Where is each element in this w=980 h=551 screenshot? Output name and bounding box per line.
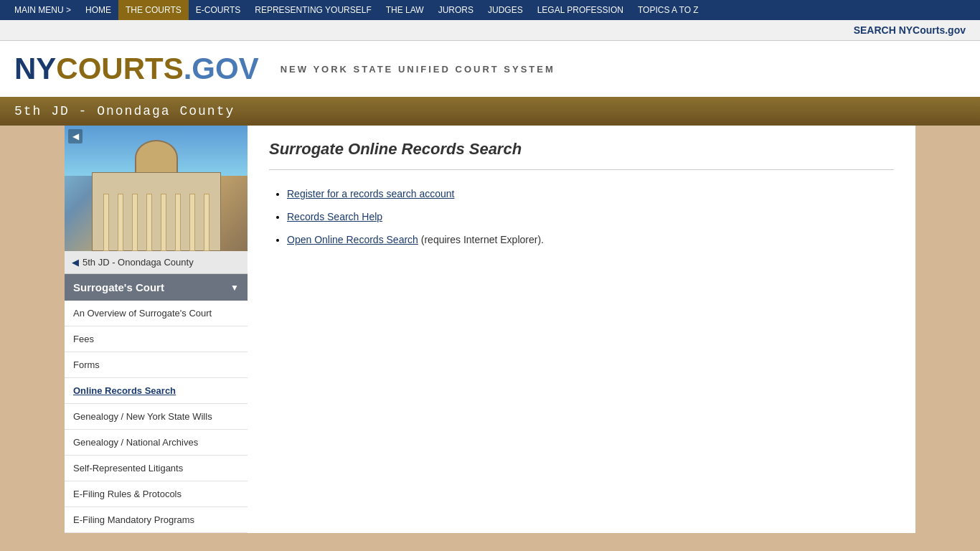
nav-item-home[interactable]: HOME [78, 0, 118, 20]
content-link-item-help: Records Search Help [287, 211, 894, 222]
sidebar-items: An Overview of Surrogate's CourtFeesForm… [65, 301, 248, 533]
sidebar-image: ◀ [65, 126, 248, 251]
nav-item-e-courts[interactable]: E-COURTS [189, 0, 248, 20]
sidebar-item-forms[interactable]: Forms [65, 352, 248, 378]
nav-item-legal-profession[interactable]: LEGAL PROFESSION [530, 0, 631, 20]
sidebar-item-genealogy-ny-wills[interactable]: Genealogy / New York State Wills [65, 404, 248, 430]
nav-item-the-law[interactable]: THE LAW [379, 0, 431, 20]
sidebar-section-title: Surrogate's Court [73, 281, 164, 293]
search-link[interactable]: SEARCH NYCourts.gov [854, 24, 966, 36]
logo-gov: .GOV [184, 52, 259, 85]
sidebar-item-fees[interactable]: Fees [65, 326, 248, 352]
page-title: Surrogate Online Records Search [269, 140, 894, 159]
logo-ny: NY [14, 52, 56, 85]
content-links: Register for a records search accountRec… [269, 188, 894, 245]
sidebar-item-efiling-mandatory[interactable]: E-Filing Mandatory Programs [65, 507, 248, 533]
sidebar-section-header[interactable]: Surrogate's Court ▼ [65, 274, 248, 301]
image-left-arrow[interactable]: ◀ [68, 129, 83, 143]
content-link-suffix-open-search: (requires Internet Explorer). [418, 234, 544, 245]
sidebar-item-overview[interactable]: An Overview of Surrogate's Court [65, 301, 248, 326]
content-link-help[interactable]: Records Search Help [287, 211, 382, 222]
site-subtitle: NEW YORK STATE UNIFIED COURT SYSTEM [281, 64, 555, 75]
back-arrow-icon: ◀ [72, 257, 79, 268]
sidebar-item-self-represented-litigants[interactable]: Self-Represented Litigants [65, 456, 248, 481]
top-navigation: MAIN MENU >HOMETHE COURTSE-COURTSREPRESE… [0, 0, 980, 20]
nav-item-jurors[interactable]: JURORS [431, 0, 481, 20]
main-content: Surrogate Online Records Search Register… [248, 126, 915, 533]
back-link[interactable]: ◀ 5th JD - Onondaga County [65, 251, 248, 274]
logo: NYCOURTS.GOV [14, 52, 259, 86]
breadcrumb: 5th JD - Onondaga County [0, 97, 980, 126]
links-list: Register for a records search accountRec… [269, 188, 894, 245]
site-header: NYCOURTS.GOV NEW YORK STATE UNIFIED COUR… [0, 41, 980, 97]
main-layout: ◀ ◀ 5th JD - Onondaga County Surrogate's… [65, 126, 915, 533]
nav-item-representing-yourself[interactable]: REPRESENTING YOURSELF [248, 0, 378, 20]
content-link-open-search[interactable]: Open Online Records Search [287, 234, 418, 245]
nav-item-main-menu[interactable]: MAIN MENU > [7, 0, 78, 20]
content-link-item-register: Register for a records search account [287, 188, 894, 199]
sidebar-item-online-records-search[interactable]: Online Records Search [65, 378, 248, 404]
logo-courts: COURTS [56, 52, 183, 85]
content-link-register[interactable]: Register for a records search account [287, 188, 454, 199]
search-bar: SEARCH NYCourts.gov [0, 20, 980, 41]
content-divider [269, 169, 894, 170]
sidebar-item-genealogy-national-archives[interactable]: Genealogy / National Archives [65, 430, 248, 456]
nav-item-judges[interactable]: JUDGES [481, 0, 530, 20]
sidebar-item-efiling-rules[interactable]: E-Filing Rules & Protocols [65, 481, 248, 507]
nav-item-the-courts[interactable]: THE COURTS [118, 0, 189, 20]
nav-item-topics-a-to-z[interactable]: TOPICS A TO Z [631, 0, 706, 20]
sidebar: ◀ ◀ 5th JD - Onondaga County Surrogate's… [65, 126, 248, 533]
content-link-item-open-search: Open Online Records Search (requires Int… [287, 234, 894, 245]
back-link-label: 5th JD - Onondaga County [83, 257, 194, 268]
expand-icon: ▼ [230, 283, 239, 293]
